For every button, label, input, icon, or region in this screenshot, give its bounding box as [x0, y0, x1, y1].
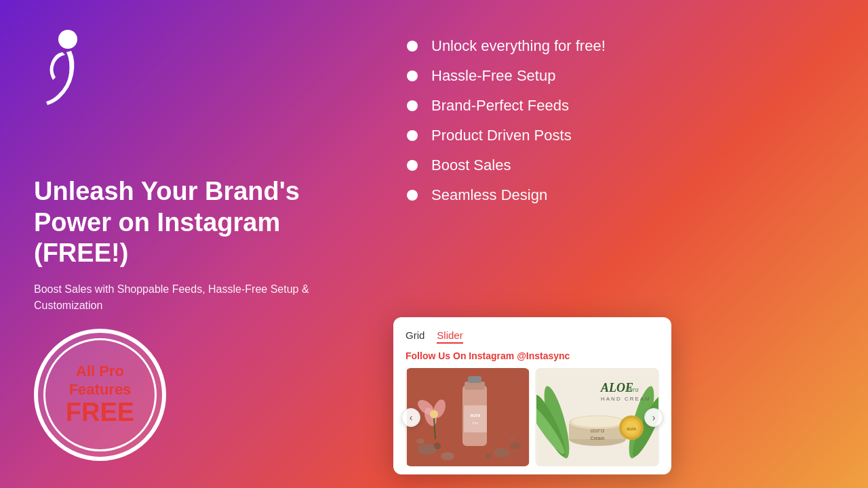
svg-point-4: [494, 448, 510, 458]
feature-dot-5: [407, 190, 418, 201]
feature-dot-2: [407, 100, 418, 111]
right-column: Unlock everything for free! Hassle-Free …: [353, 0, 868, 488]
svg-text:aura: aura: [470, 413, 480, 418]
page-content: Unleash Your Brand's Power on Instagram …: [0, 0, 868, 488]
logo: [34, 27, 319, 108]
svg-text:HAND CREAM: HAND CREAM: [601, 396, 651, 402]
svg-text:Cream: Cream: [590, 436, 604, 441]
follow-text: Follow Us On Instagram: [406, 350, 514, 361]
prev-icon: ‹: [410, 412, 413, 423]
feature-label-0: Unlock everything for free!: [431, 37, 606, 55]
feature-label-1: Hassle-Free Setup: [431, 67, 555, 85]
feature-dot-4: [407, 160, 418, 171]
badge-line1: All Pro: [76, 363, 124, 380]
widget-image-slider: ‹: [406, 368, 659, 466]
features-list: Unlock everything for free! Hassle-Free …: [407, 37, 827, 216]
feature-dot-0: [407, 41, 418, 52]
svg-rect-18: [464, 405, 487, 432]
headline: Unleash Your Brand's Power on Instagram …: [34, 176, 319, 269]
svg-point-9: [510, 437, 514, 441]
product-svg-2: ALOE vera HAND CREAM aura Cream: [536, 368, 658, 466]
feature-label-4: Boost Sales: [431, 157, 511, 174]
feature-dot-3: [407, 130, 418, 141]
product-image-1: aura fine: [406, 368, 530, 466]
pro-features-badge: All Pro Features FREE: [34, 329, 166, 461]
feature-label-3: Product Driven Posts: [431, 127, 572, 144]
next-icon: ›: [652, 412, 656, 423]
widget-follow-line: Follow Us On Instagram @Instasync: [406, 350, 659, 361]
widget-card: Grid Slider Follow Us On Instagram @Inst…: [393, 317, 671, 474]
feature-label-5: Seamless Design: [431, 186, 547, 204]
svg-text:aura: aura: [626, 426, 635, 431]
feature-item-4: Boost Sales: [407, 157, 827, 174]
product-svg-1: aura fine: [407, 368, 529, 466]
svg-point-2: [418, 444, 437, 455]
feature-item-3: Product Driven Posts: [407, 127, 827, 144]
feature-item-5: Seamless Design: [407, 186, 827, 204]
headline-line1: Unleash Your Brand's: [34, 177, 300, 205]
feature-item-2: Brand-Perfect Feeds: [407, 97, 827, 115]
tab-grid[interactable]: Grid: [406, 329, 425, 344]
svg-point-3: [441, 452, 454, 460]
headline-line2: Power on Instagram (FREE!): [34, 208, 280, 268]
slider-next-button[interactable]: ›: [644, 408, 663, 427]
feature-dot-1: [407, 70, 418, 81]
feature-label-2: Brand-Perfect Feeds: [431, 97, 569, 115]
left-column: Unleash Your Brand's Power on Instagram …: [0, 0, 353, 488]
svg-point-7: [434, 443, 441, 449]
svg-point-13: [430, 410, 438, 418]
instagram-handle[interactable]: @Instasync: [517, 350, 570, 361]
svg-text:aura: aura: [590, 426, 604, 434]
product-image-2: ALOE vera HAND CREAM aura Cream: [535, 368, 659, 466]
svg-rect-17: [468, 376, 481, 383]
slider-prev-button[interactable]: ‹: [401, 408, 420, 427]
feature-item-1: Hassle-Free Setup: [407, 67, 827, 85]
badge-container: All Pro Features FREE: [34, 329, 319, 461]
svg-text:fine: fine: [472, 421, 477, 425]
svg-point-5: [510, 443, 521, 449]
widget-tabs: Grid Slider: [406, 329, 659, 344]
logo-icon: [34, 27, 81, 108]
svg-text:vera: vera: [627, 386, 639, 393]
subtitle: Boost Sales with Shoppable Feeds, Hassle…: [34, 281, 319, 314]
feature-item-0: Unlock everything for free!: [407, 37, 827, 55]
svg-point-0: [58, 30, 77, 49]
tab-slider[interactable]: Slider: [437, 329, 462, 344]
svg-point-6: [416, 439, 425, 444]
svg-point-8: [486, 453, 491, 459]
badge-line2: Features: [69, 381, 132, 399]
badge-free: FREE: [66, 399, 134, 427]
